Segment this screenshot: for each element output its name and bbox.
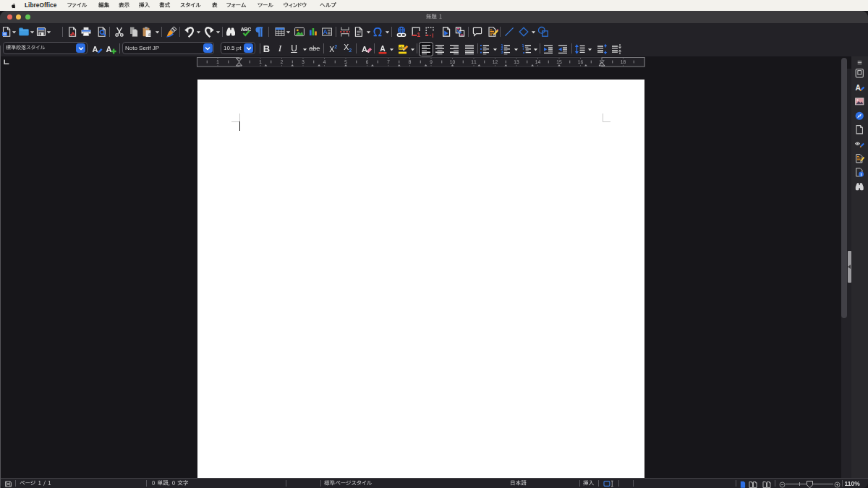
- document-area[interactable]: [0, 69, 841, 478]
- print-button[interactable]: [79, 25, 93, 39]
- strikethrough-button[interactable]: abe: [307, 41, 322, 56]
- clone-formatting-button[interactable]: [164, 25, 179, 39]
- insert-image-button[interactable]: [292, 25, 307, 39]
- page-style-status[interactable]: [324, 479, 373, 488]
- insert-comment-button[interactable]: [470, 25, 485, 39]
- ordered-list-button[interactable]: [498, 42, 513, 56]
- ordered-list-dropdown[interactable]: [513, 42, 519, 56]
- menu-view[interactable]: [119, 2, 130, 9]
- horizontal-ruler[interactable]: [197, 56, 645, 69]
- zoom-out-button[interactable]: [779, 480, 786, 488]
- clear-formatting-button[interactable]: [359, 42, 374, 56]
- copy-button[interactable]: [127, 25, 141, 39]
- insert-line-button[interactable]: [502, 25, 516, 39]
- font-color-dropdown[interactable]: [388, 42, 395, 56]
- menu-styles[interactable]: [180, 2, 201, 9]
- insert-hyperlink-button[interactable]: [394, 25, 409, 39]
- menu-file[interactable]: [67, 2, 88, 9]
- insert-endnote-button[interactable]: [422, 25, 437, 39]
- insert-cross-reference-button[interactable]: [453, 25, 467, 39]
- sidebar-tab-styles[interactable]: [854, 81, 866, 93]
- undo-dropdown[interactable]: [195, 25, 202, 39]
- insert-textbox-button[interactable]: [320, 25, 334, 39]
- basic-shapes-button[interactable]: [516, 25, 531, 39]
- sidebar-tab-properties[interactable]: [854, 67, 866, 80]
- font-size-combo-dropdown[interactable]: [244, 43, 253, 53]
- find-replace-button[interactable]: [224, 25, 238, 39]
- new-style-button[interactable]: [103, 42, 118, 56]
- paste-button[interactable]: [140, 25, 154, 39]
- menu-table[interactable]: [212, 2, 218, 9]
- apple-menu[interactable]: [11, 3, 16, 9]
- paragraph-style-combo-dropdown[interactable]: [76, 43, 85, 53]
- font-size-combo[interactable]: 10.5 pt: [221, 42, 255, 54]
- superscript-button[interactable]: X2: [326, 41, 341, 56]
- paragraph-style-combo[interactable]: [3, 42, 88, 54]
- increase-paragraph-spacing-button[interactable]: [595, 42, 609, 56]
- menu-help[interactable]: [320, 2, 337, 9]
- insert-special-char-button[interactable]: [370, 25, 385, 39]
- increase-indent-button[interactable]: [541, 42, 556, 56]
- menu-edit[interactable]: [98, 2, 110, 9]
- line-spacing-button[interactable]: [573, 42, 587, 56]
- track-changes-button[interactable]: [485, 25, 500, 39]
- paste-dropdown[interactable]: [154, 25, 161, 39]
- bold-button[interactable]: B: [260, 41, 274, 56]
- print-preview-button[interactable]: [95, 25, 109, 39]
- menu-tools[interactable]: [258, 2, 274, 9]
- document-modified-status[interactable]: [4, 479, 12, 488]
- font-name-combo-dropdown[interactable]: [203, 43, 213, 53]
- line-spacing-dropdown[interactable]: [587, 42, 593, 56]
- update-style-button[interactable]: [90, 42, 104, 56]
- sidebar-tab-page[interactable]: [854, 124, 866, 136]
- decrease-indent-button[interactable]: [556, 42, 570, 56]
- sidebar-tab-accessibility-check[interactable]: [854, 166, 866, 179]
- font-name-combo[interactable]: Noto Serif JP: [122, 42, 215, 54]
- zoom-in-button[interactable]: [834, 480, 841, 488]
- word-count-status[interactable]: [152, 479, 189, 488]
- insert-mode-status[interactable]: [583, 479, 595, 488]
- menu-form[interactable]: [226, 2, 247, 9]
- align-left-button[interactable]: [419, 42, 433, 56]
- outline-list-button[interactable]: [519, 42, 534, 56]
- highlight-color-dropdown[interactable]: [409, 42, 416, 56]
- subscript-button[interactable]: X2: [341, 41, 355, 56]
- view-layout-multiple[interactable]: [748, 480, 758, 488]
- sidebar-tab-style-inspector[interactable]: [854, 138, 866, 150]
- sidebar-tab-manage-changes[interactable]: [854, 152, 866, 164]
- window-title-bar[interactable]: [0, 11, 868, 23]
- text-language-status[interactable]: [510, 479, 527, 488]
- selection-mode-status[interactable]: [602, 479, 616, 488]
- show-draw-functions-button[interactable]: [536, 25, 550, 39]
- unordered-list-dropdown[interactable]: [492, 42, 498, 56]
- formatting-marks-button[interactable]: [252, 25, 267, 39]
- unordered-list-button[interactable]: [477, 42, 492, 56]
- cut-button[interactable]: [112, 25, 127, 39]
- zoom-level-status[interactable]: 110%: [845, 479, 860, 488]
- spelling-button[interactable]: [239, 25, 253, 39]
- zoom-slider-handle[interactable]: [807, 480, 813, 488]
- insert-chart-button[interactable]: [306, 25, 320, 39]
- view-layout-book[interactable]: [762, 480, 772, 488]
- save-dropdown[interactable]: [46, 25, 52, 39]
- italic-button[interactable]: I: [273, 41, 287, 56]
- redo-dropdown[interactable]: [215, 25, 221, 39]
- menu-format[interactable]: [159, 2, 171, 9]
- outline-list-dropdown[interactable]: [532, 42, 539, 56]
- page-number-status[interactable]: [20, 479, 51, 488]
- sidebar-splitter-handle[interactable]: [848, 251, 852, 283]
- tab-stop-selector[interactable]: [4, 59, 9, 65]
- vertical-scrollbar-thumb[interactable]: [841, 58, 847, 318]
- insert-footnote-button[interactable]: [409, 25, 423, 39]
- highlight-color-button[interactable]: [396, 42, 410, 56]
- align-center-button[interactable]: [433, 42, 447, 56]
- sidebar-tab-find[interactable]: [854, 181, 866, 193]
- insert-bookmark-button[interactable]: [439, 25, 454, 39]
- view-layout-single[interactable]: [740, 480, 746, 488]
- font-color-button[interactable]: [375, 42, 390, 56]
- underline-button[interactable]: U: [287, 41, 302, 56]
- sidebar-tab-navigator[interactable]: [854, 110, 866, 122]
- menu-window[interactable]: [284, 2, 307, 9]
- decrease-paragraph-spacing-button[interactable]: [609, 42, 624, 56]
- insert-table-dropdown[interactable]: [285, 25, 292, 39]
